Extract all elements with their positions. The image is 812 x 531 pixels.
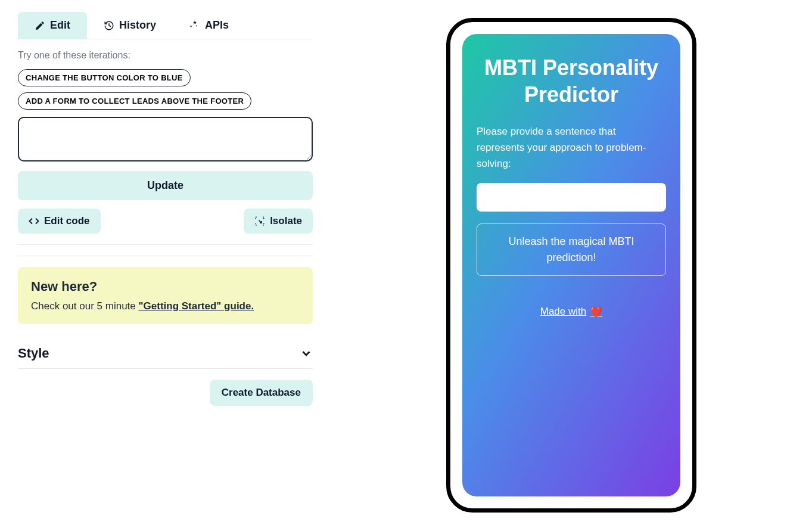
- made-with-link[interactable]: Made with ❤️: [540, 306, 602, 318]
- getting-started-notice: New here? Check out our 5 minute "Gettin…: [18, 267, 313, 324]
- pencil-icon: [35, 20, 45, 31]
- sentence-input[interactable]: [477, 183, 666, 212]
- update-button[interactable]: Update: [18, 171, 313, 200]
- tab-history[interactable]: History: [87, 12, 173, 39]
- getting-started-link[interactable]: "Getting Started" guide.: [138, 300, 254, 312]
- notice-text: Check out our 5 minute "Getting Started"…: [31, 300, 300, 312]
- tab-apis[interactable]: APIs: [173, 12, 245, 39]
- edit-code-button[interactable]: Edit code: [18, 209, 101, 234]
- style-label: Style: [18, 346, 49, 361]
- create-database-button[interactable]: Create Database: [210, 380, 313, 406]
- iterations-prompt: Try one of these iterations:: [18, 50, 313, 61]
- suggestion-pill[interactable]: CHANGE THE BUTTON COLOR TO BLUE: [18, 69, 191, 86]
- tab-bar: Edit History APIs: [18, 12, 313, 39]
- made-with-text: Made with: [540, 306, 586, 318]
- preview-pane: MBTI Personality Predictor Please provid…: [331, 0, 812, 531]
- heart-icon: ❤️: [590, 306, 602, 318]
- suggestion-pill[interactable]: ADD A FORM TO COLLECT LEADS ABOVE THE FO…: [18, 92, 251, 110]
- tab-edit-label: Edit: [50, 19, 70, 32]
- isolate-button[interactable]: Isolate: [244, 209, 313, 234]
- isolate-label: Isolate: [270, 215, 302, 227]
- apis-icon: [189, 20, 200, 31]
- predict-button[interactable]: Unleash the magical MBTI prediction!: [477, 223, 666, 276]
- divider: [18, 256, 313, 256]
- iteration-input[interactable]: [18, 117, 313, 162]
- notice-title: New here?: [31, 279, 300, 294]
- tab-apis-label: APIs: [205, 19, 229, 32]
- app-preview: MBTI Personality Predictor Please provid…: [462, 34, 680, 496]
- isolate-icon: [254, 216, 265, 226]
- notice-text-prefix: Check out our 5 minute: [31, 300, 138, 312]
- app-instruction: Please provide a sentence that represent…: [477, 123, 666, 172]
- tab-history-label: History: [119, 19, 156, 32]
- chevron-down-icon: [300, 347, 313, 360]
- phone-frame: MBTI Personality Predictor Please provid…: [446, 18, 696, 513]
- app-title: MBTI Personality Predictor: [477, 54, 666, 108]
- tab-edit[interactable]: Edit: [18, 12, 87, 39]
- history-icon: [104, 20, 114, 31]
- style-section-toggle[interactable]: Style: [18, 339, 313, 369]
- suggestion-list: CHANGE THE BUTTON COLOR TO BLUE ADD A FO…: [18, 69, 313, 110]
- edit-code-label: Edit code: [44, 215, 90, 227]
- code-icon: [29, 216, 39, 226]
